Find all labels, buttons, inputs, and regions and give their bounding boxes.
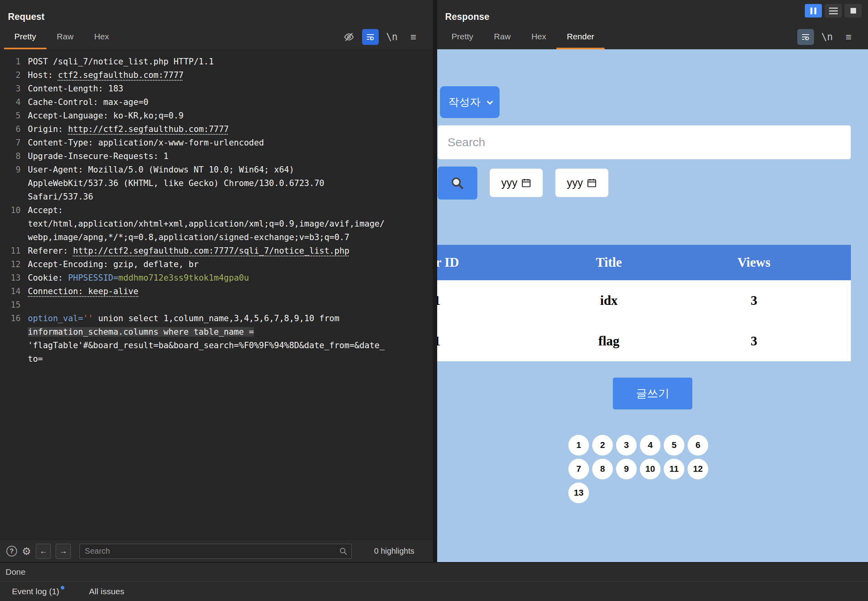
notice-table: User ID Title Views 1 idx 3 1 <box>437 245 851 361</box>
cell-views: 3 <box>657 321 851 361</box>
line-number: 15 <box>3 298 21 312</box>
date-from-input[interactable]: yyy <box>490 169 543 197</box>
request-panel-title: Request <box>8 12 45 22</box>
gear-icon[interactable]: ⚙ <box>22 545 31 557</box>
page-button-2[interactable]: 2 <box>592 435 613 456</box>
request-editor-toolbar: \n ≡ <box>341 25 422 49</box>
line-text: option_val='' union select 1,column_name… <box>28 312 385 366</box>
editor-search-input[interactable] <box>79 544 352 559</box>
editor-line: 15 <box>3 298 430 312</box>
response-render-view: 작성자 yyy <box>437 49 868 562</box>
page-button-8[interactable]: 8 <box>592 459 613 479</box>
highlight-count: 0 highlights <box>374 547 414 556</box>
request-editor[interactable]: 1POST /sqli_7/notice_list.php HTTP/1.12H… <box>0 49 433 540</box>
chevron-down-icon <box>487 98 493 105</box>
line-number: 4 <box>3 95 21 109</box>
editor-line: 1POST /sqli_7/notice_list.php HTTP/1.1 <box>3 55 430 68</box>
page-button-4[interactable]: 4 <box>640 435 661 456</box>
response-panel-title: Response <box>445 12 490 22</box>
line-text <box>28 298 385 312</box>
board-filter-row: yyy yyy <box>438 167 868 200</box>
line-text: Accept-Encoding: gzip, deflate, br <box>28 258 385 271</box>
board-search-input[interactable] <box>438 125 851 159</box>
table-row: 1 idx 3 <box>437 280 851 321</box>
soft-wrap-icon[interactable] <box>362 29 379 45</box>
show-newlines-icon[interactable]: \n <box>819 29 835 45</box>
page-button-3[interactable]: 3 <box>616 435 637 456</box>
page-button-5[interactable]: 5 <box>664 435 684 456</box>
layout-single-button[interactable] <box>845 4 862 17</box>
author-dropdown[interactable]: 작성자 <box>440 86 500 118</box>
page-button-6[interactable]: 6 <box>688 435 708 456</box>
page-button-12[interactable]: 12 <box>688 459 708 479</box>
page-button-1[interactable]: 1 <box>568 435 589 456</box>
soft-wrap-icon[interactable] <box>797 29 814 45</box>
request-tab-raw[interactable]: Raw <box>46 25 84 49</box>
request-panel: Request Pretty Raw Hex <box>0 0 433 562</box>
all-issues-button[interactable]: All issues <box>89 587 124 596</box>
line-number: 9 <box>3 163 21 204</box>
line-text: POST /sqli_7/notice_list.php HTTP/1.1 <box>28 55 385 68</box>
editor-menu-icon[interactable]: ≡ <box>405 29 422 45</box>
line-number: 3 <box>3 82 21 95</box>
write-post-button[interactable]: 글쓰기 <box>613 378 692 409</box>
editor-line: 8Upgrade-Insecure-Requests: 1 <box>3 149 430 163</box>
line-text: Accept-Language: ko-KR,ko;q=0.9 <box>28 109 385 122</box>
cell-views: 3 <box>657 280 851 321</box>
line-text: Accept: text/html,application/xhtml+xml,… <box>28 204 385 244</box>
line-text: Connection: keep-alive <box>28 285 385 298</box>
layout-rows-button[interactable] <box>825 4 842 17</box>
request-tabs: Pretty Raw Hex \n ≡ <box>0 25 433 49</box>
next-match-button[interactable]: → <box>56 544 71 559</box>
request-response-split: Request Pretty Raw Hex <box>0 0 868 562</box>
response-tabs: Pretty Raw Hex Render \n ≡ <box>437 25 868 49</box>
response-tab-pretty[interactable]: Pretty <box>441 25 484 49</box>
event-log-label: Event log (1) <box>12 587 59 596</box>
line-number: 16 <box>3 312 21 366</box>
editor-menu-icon[interactable]: ≡ <box>840 29 857 45</box>
search-icon <box>339 547 348 556</box>
cell-user-id: 1 <box>437 321 561 361</box>
square-icon <box>851 8 856 14</box>
status-text: Done <box>6 567 25 577</box>
line-number: 10 <box>3 204 21 244</box>
page-button-11[interactable]: 11 <box>664 459 684 479</box>
pagination: 12345678910111213 <box>568 435 868 503</box>
editor-line: 12Accept-Encoding: gzip, deflate, br <box>3 258 430 271</box>
page-button-7[interactable]: 7 <box>568 459 589 479</box>
editor-line: 11Referer: http://ctf2.segfaulthub.com:7… <box>3 244 430 258</box>
line-number: 2 <box>3 68 21 82</box>
line-number: 5 <box>3 109 21 122</box>
panel-divider[interactable] <box>433 0 437 562</box>
show-newlines-icon[interactable]: \n <box>384 29 400 45</box>
response-tab-raw[interactable]: Raw <box>484 25 521 49</box>
line-number: 12 <box>3 258 21 271</box>
line-number: 7 <box>3 136 21 149</box>
line-text: Origin: http://ctf2.segfaulthub.com:7777 <box>28 122 385 136</box>
request-search-bar: ? ⚙ ← → 0 highlights <box>0 540 433 562</box>
line-number: 1 <box>3 55 21 68</box>
board-search-button[interactable] <box>438 167 477 200</box>
board-search-field <box>437 125 868 159</box>
layout-pause-button[interactable] <box>805 4 822 17</box>
hide-nonprintable-icon[interactable] <box>341 29 357 45</box>
help-icon[interactable]: ? <box>6 546 17 556</box>
response-tab-hex[interactable]: Hex <box>521 25 556 49</box>
page-button-9[interactable]: 9 <box>616 459 637 479</box>
response-tab-render[interactable]: Render <box>556 25 604 49</box>
line-text: Cookie: PHPSESSID=mddhmo712e3ss9tkok1m4g… <box>28 271 385 285</box>
editor-search-field <box>79 544 352 559</box>
page-button-13[interactable]: 13 <box>568 483 589 503</box>
page-button-10[interactable]: 10 <box>640 459 661 479</box>
cell-user-id: 1 <box>437 280 561 321</box>
request-tab-pretty[interactable]: Pretty <box>4 25 46 49</box>
date-to-input[interactable]: yyy <box>555 169 608 197</box>
calendar-icon <box>587 178 597 188</box>
line-text: Content-Length: 183 <box>28 82 385 95</box>
event-log-button[interactable]: Event log (1) <box>12 587 64 596</box>
previous-match-button[interactable]: ← <box>36 544 51 559</box>
line-number: 6 <box>3 122 21 136</box>
line-text: Upgrade-Insecure-Requests: 1 <box>28 149 385 163</box>
request-tab-hex[interactable]: Hex <box>84 25 119 49</box>
search-icon <box>450 176 465 191</box>
